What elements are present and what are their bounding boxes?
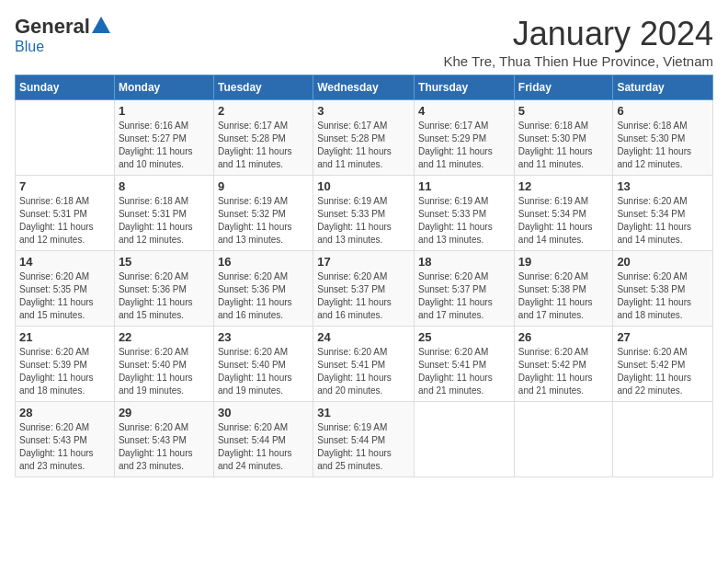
day-number: 26 <box>518 330 609 344</box>
header-wednesday: Wednesday <box>313 75 415 100</box>
day-number: 4 <box>418 104 510 118</box>
day-number: 25 <box>418 330 510 344</box>
day-info: Sunrise: 6:18 AM Sunset: 5:30 PM Dayligh… <box>617 120 709 171</box>
day-info: Sunrise: 6:20 AM Sunset: 5:44 PM Dayligh… <box>218 421 309 473</box>
calendar-cell: 18Sunrise: 6:20 AM Sunset: 5:37 PM Dayli… <box>415 251 515 327</box>
day-info: Sunrise: 6:20 AM Sunset: 5:43 PM Dayligh… <box>19 421 110 473</box>
day-info: Sunrise: 6:18 AM Sunset: 5:31 PM Dayligh… <box>119 195 210 247</box>
day-info: Sunrise: 6:20 AM Sunset: 5:41 PM Dayligh… <box>418 346 510 397</box>
header-friday: Friday <box>514 75 613 100</box>
day-number: 6 <box>617 104 709 118</box>
calendar-cell: 23Sunrise: 6:20 AM Sunset: 5:40 PM Dayli… <box>213 327 313 402</box>
day-number: 2 <box>218 104 309 118</box>
calendar-cell: 3Sunrise: 6:17 AM Sunset: 5:28 PM Daylig… <box>313 100 415 176</box>
calendar-cell: 19Sunrise: 6:20 AM Sunset: 5:38 PM Dayli… <box>514 251 613 327</box>
week-row-3: 14Sunrise: 6:20 AM Sunset: 5:35 PM Dayli… <box>16 251 713 327</box>
calendar-cell: 4Sunrise: 6:17 AM Sunset: 5:29 PM Daylig… <box>415 100 515 176</box>
day-number: 3 <box>317 104 410 118</box>
calendar-cell: 7Sunrise: 6:18 AM Sunset: 5:31 PM Daylig… <box>16 176 115 251</box>
calendar-cell: 13Sunrise: 6:20 AM Sunset: 5:34 PM Dayli… <box>613 176 713 251</box>
day-number: 18 <box>418 255 510 269</box>
day-number: 29 <box>119 406 210 419</box>
calendar-cell: 22Sunrise: 6:20 AM Sunset: 5:40 PM Dayli… <box>114 327 213 402</box>
day-number: 13 <box>617 179 709 193</box>
day-number: 15 <box>119 255 210 269</box>
logo: General Blue <box>15 15 110 55</box>
calendar-cell: 6Sunrise: 6:18 AM Sunset: 5:30 PM Daylig… <box>613 100 713 176</box>
header-saturday: Saturday <box>613 75 713 100</box>
day-number: 8 <box>119 179 210 193</box>
day-number: 9 <box>218 179 309 193</box>
day-number: 14 <box>19 255 110 269</box>
day-info: Sunrise: 6:17 AM Sunset: 5:28 PM Dayligh… <box>218 120 309 171</box>
day-number: 10 <box>317 179 410 193</box>
day-number: 23 <box>218 330 309 344</box>
header-monday: Monday <box>114 75 213 100</box>
calendar-cell: 21Sunrise: 6:20 AM Sunset: 5:39 PM Dayli… <box>16 327 115 402</box>
day-info: Sunrise: 6:19 AM Sunset: 5:32 PM Dayligh… <box>218 195 309 247</box>
calendar-cell: 10Sunrise: 6:19 AM Sunset: 5:33 PM Dayli… <box>313 176 415 251</box>
day-info: Sunrise: 6:20 AM Sunset: 5:34 PM Dayligh… <box>617 195 709 247</box>
location-subtitle: Khe Tre, Thua Thien Hue Province, Vietna… <box>443 53 713 69</box>
day-info: Sunrise: 6:17 AM Sunset: 5:29 PM Dayligh… <box>418 120 510 171</box>
day-number: 17 <box>317 255 410 269</box>
day-info: Sunrise: 6:19 AM Sunset: 5:33 PM Dayligh… <box>317 195 410 247</box>
calendar-cell: 25Sunrise: 6:20 AM Sunset: 5:41 PM Dayli… <box>415 327 515 402</box>
header-sunday: Sunday <box>16 75 115 100</box>
calendar-cell: 26Sunrise: 6:20 AM Sunset: 5:42 PM Dayli… <box>514 327 613 402</box>
day-number: 19 <box>518 255 609 269</box>
day-info: Sunrise: 6:20 AM Sunset: 5:37 PM Dayligh… <box>418 270 510 322</box>
day-info: Sunrise: 6:20 AM Sunset: 5:36 PM Dayligh… <box>119 270 210 322</box>
day-info: Sunrise: 6:20 AM Sunset: 5:37 PM Dayligh… <box>317 270 410 322</box>
day-info: Sunrise: 6:20 AM Sunset: 5:42 PM Dayligh… <box>518 346 609 397</box>
logo-triangle-icon <box>92 17 110 33</box>
calendar-cell: 29Sunrise: 6:20 AM Sunset: 5:43 PM Dayli… <box>114 402 213 477</box>
header-thursday: Thursday <box>415 75 515 100</box>
calendar-cell: 12Sunrise: 6:19 AM Sunset: 5:34 PM Dayli… <box>514 176 613 251</box>
calendar-cell: 16Sunrise: 6:20 AM Sunset: 5:36 PM Dayli… <box>213 251 313 327</box>
day-number: 30 <box>218 406 309 419</box>
day-info: Sunrise: 6:20 AM Sunset: 5:41 PM Dayligh… <box>317 346 410 397</box>
week-row-1: 1Sunrise: 6:16 AM Sunset: 5:27 PM Daylig… <box>16 100 713 176</box>
calendar-cell <box>613 402 713 477</box>
day-number: 12 <box>518 179 609 193</box>
calendar-cell: 1Sunrise: 6:16 AM Sunset: 5:27 PM Daylig… <box>114 100 213 176</box>
day-number: 27 <box>617 330 709 344</box>
day-info: Sunrise: 6:20 AM Sunset: 5:42 PM Dayligh… <box>617 346 709 397</box>
calendar-cell: 9Sunrise: 6:19 AM Sunset: 5:32 PM Daylig… <box>213 176 313 251</box>
calendar-cell: 15Sunrise: 6:20 AM Sunset: 5:36 PM Dayli… <box>114 251 213 327</box>
day-number: 20 <box>617 255 709 269</box>
header-tuesday: Tuesday <box>213 75 313 100</box>
calendar-cell: 28Sunrise: 6:20 AM Sunset: 5:43 PM Dayli… <box>16 402 115 477</box>
calendar-cell: 17Sunrise: 6:20 AM Sunset: 5:37 PM Dayli… <box>313 251 415 327</box>
calendar-table: SundayMondayTuesdayWednesdayThursdayFrid… <box>15 75 713 477</box>
day-info: Sunrise: 6:20 AM Sunset: 5:35 PM Dayligh… <box>19 270 110 322</box>
day-info: Sunrise: 6:20 AM Sunset: 5:38 PM Dayligh… <box>518 270 609 322</box>
week-row-2: 7Sunrise: 6:18 AM Sunset: 5:31 PM Daylig… <box>16 176 713 251</box>
day-number: 7 <box>19 179 110 193</box>
day-info: Sunrise: 6:20 AM Sunset: 5:39 PM Dayligh… <box>19 346 110 397</box>
month-title: January 2024 <box>443 15 713 53</box>
day-info: Sunrise: 6:20 AM Sunset: 5:43 PM Dayligh… <box>119 421 210 473</box>
week-row-5: 28Sunrise: 6:20 AM Sunset: 5:43 PM Dayli… <box>16 402 713 477</box>
day-info: Sunrise: 6:16 AM Sunset: 5:27 PM Dayligh… <box>119 120 210 171</box>
day-info: Sunrise: 6:20 AM Sunset: 5:40 PM Dayligh… <box>218 346 309 397</box>
calendar-header-row: SundayMondayTuesdayWednesdayThursdayFrid… <box>16 75 713 100</box>
calendar-cell: 2Sunrise: 6:17 AM Sunset: 5:28 PM Daylig… <box>213 100 313 176</box>
day-info: Sunrise: 6:20 AM Sunset: 5:40 PM Dayligh… <box>119 346 210 397</box>
calendar-cell: 24Sunrise: 6:20 AM Sunset: 5:41 PM Dayli… <box>313 327 415 402</box>
day-info: Sunrise: 6:18 AM Sunset: 5:30 PM Dayligh… <box>518 120 609 171</box>
logo-blue-text: Blue <box>15 39 44 55</box>
day-number: 31 <box>317 406 410 419</box>
day-number: 22 <box>119 330 210 344</box>
calendar-cell: 5Sunrise: 6:18 AM Sunset: 5:30 PM Daylig… <box>514 100 613 176</box>
calendar-cell: 8Sunrise: 6:18 AM Sunset: 5:31 PM Daylig… <box>114 176 213 251</box>
day-number: 28 <box>19 406 110 419</box>
calendar-cell <box>415 402 515 477</box>
day-info: Sunrise: 6:19 AM Sunset: 5:34 PM Dayligh… <box>518 195 609 247</box>
day-number: 24 <box>317 330 410 344</box>
day-number: 16 <box>218 255 309 269</box>
day-info: Sunrise: 6:19 AM Sunset: 5:44 PM Dayligh… <box>317 421 410 473</box>
day-info: Sunrise: 6:18 AM Sunset: 5:31 PM Dayligh… <box>19 195 110 247</box>
day-number: 21 <box>19 330 110 344</box>
